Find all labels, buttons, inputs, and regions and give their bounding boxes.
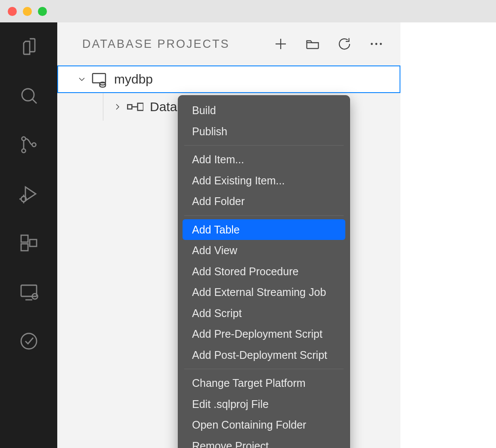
- menu-item-remove-project[interactable]: Remove Project: [183, 436, 345, 448]
- svg-point-20: [375, 43, 378, 45]
- svg-rect-24: [127, 105, 132, 109]
- svg-point-2: [22, 137, 25, 141]
- svg-point-19: [371, 43, 373, 45]
- menu-separator: [184, 215, 344, 216]
- activity-bar: [0, 22, 57, 448]
- database-project-icon: [89, 71, 109, 88]
- svg-rect-11: [21, 244, 28, 251]
- menu-item-add-folder[interactable]: Add Folder: [183, 191, 345, 212]
- menu-item-add-existing-item[interactable]: Add Existing Item...: [183, 170, 345, 191]
- svg-rect-13: [21, 285, 37, 296]
- remote-icon[interactable]: [17, 280, 41, 304]
- menu-item-add-view[interactable]: Add View: [183, 240, 345, 261]
- tree-root-label: mydbp: [114, 72, 153, 87]
- menu-item-add-pre-deployment-script[interactable]: Add Pre-Deployment Script: [183, 324, 345, 345]
- tree-root-item[interactable]: mydbp: [57, 65, 400, 93]
- menu-item-open-containing-folder[interactable]: Open Containing Folder: [183, 414, 345, 436]
- window-minimize-button[interactable]: [23, 7, 32, 16]
- svg-point-16: [21, 333, 37, 349]
- svg-point-23: [100, 82, 105, 85]
- menu-item-add-external-streaming-job[interactable]: Add External Streaming Job: [183, 282, 345, 303]
- svg-rect-10: [21, 235, 28, 242]
- editor-area: [400, 22, 496, 448]
- menu-item-build[interactable]: Build: [183, 100, 345, 121]
- source-control-icon[interactable]: [17, 133, 41, 157]
- new-project-icon[interactable]: [272, 35, 289, 53]
- menu-item-add-table[interactable]: Add Table: [183, 219, 345, 240]
- open-project-icon[interactable]: [304, 35, 321, 53]
- menu-separator: [184, 145, 344, 146]
- references-icon: [125, 100, 145, 113]
- svg-point-21: [380, 43, 382, 45]
- menu-separator: [184, 369, 344, 369]
- explorer-icon[interactable]: [17, 34, 41, 59]
- svg-rect-12: [30, 240, 37, 246]
- menu-item-add-item[interactable]: Add Item...: [183, 149, 345, 170]
- menu-item-add-post-deployment-script[interactable]: Add Post-Deployment Script: [183, 345, 345, 366]
- svg-rect-22: [93, 74, 105, 83]
- window-close-button[interactable]: [8, 7, 17, 16]
- more-actions-icon[interactable]: [368, 35, 385, 53]
- svg-rect-25: [138, 103, 143, 111]
- svg-point-3: [22, 149, 25, 153]
- menu-item-change-target-platform[interactable]: Change Target Platform: [183, 373, 345, 394]
- panel-header: DATABASE PROJECTS: [57, 22, 400, 65]
- window-maximize-button[interactable]: [38, 7, 47, 16]
- search-icon[interactable]: [17, 84, 41, 108]
- chevron-right-icon: [110, 102, 125, 112]
- svg-point-4: [32, 143, 36, 147]
- window-titlebar: [0, 0, 496, 22]
- menu-item-publish[interactable]: Publish: [183, 121, 345, 142]
- svg-marker-5: [25, 187, 36, 201]
- task-icon[interactable]: [17, 329, 41, 353]
- menu-item-edit-sqlproj-file[interactable]: Edit .sqlproj File: [183, 394, 345, 415]
- chevron-down-icon: [74, 74, 89, 84]
- svg-point-0: [22, 89, 34, 101]
- run-debug-icon[interactable]: [17, 182, 41, 206]
- refresh-icon[interactable]: [336, 35, 353, 53]
- extensions-icon[interactable]: [17, 231, 41, 255]
- svg-line-1: [32, 99, 37, 103]
- panel-title: DATABASE PROJECTS: [82, 37, 272, 51]
- context-menu: Build Publish Add Item... Add Existing I…: [178, 95, 350, 448]
- menu-item-add-script[interactable]: Add Script: [183, 303, 345, 324]
- menu-item-add-stored-procedure[interactable]: Add Stored Procedure: [183, 261, 345, 282]
